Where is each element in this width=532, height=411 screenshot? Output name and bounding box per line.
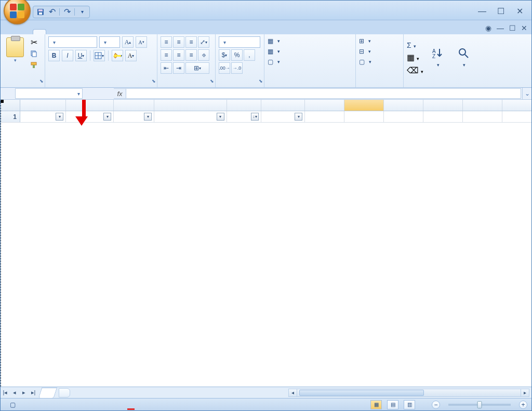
- macro-record-icon[interactable]: ▢: [10, 401, 16, 408]
- tab-insert[interactable]: [46, 30, 59, 34]
- tab-home[interactable]: [33, 29, 46, 34]
- view-normal-icon[interactable]: ▦: [370, 400, 382, 409]
- decrease-indent-icon[interactable]: ⇤: [161, 62, 172, 74]
- borders-button[interactable]: ▾: [94, 50, 105, 61]
- colhdr-D[interactable]: [154, 100, 227, 111]
- sheet-tab-1[interactable]: [38, 388, 57, 398]
- format-painter-icon[interactable]: [29, 60, 39, 70]
- italic-button[interactable]: I: [62, 50, 73, 61]
- increase-indent-icon[interactable]: ⇥: [173, 62, 184, 74]
- colhdr-C[interactable]: [114, 100, 154, 111]
- colhdr-I[interactable]: [384, 100, 423, 111]
- scroll-right-icon[interactable]: ▸: [521, 389, 529, 396]
- underline-button[interactable]: U▾: [75, 50, 87, 61]
- filter-btn-C[interactable]: ▾: [144, 113, 152, 121]
- align-top-icon[interactable]: ≡: [161, 36, 172, 48]
- maximize-button[interactable]: ☐: [495, 7, 507, 16]
- grow-font-icon[interactable]: A▴: [122, 36, 134, 48]
- customize-qat-icon[interactable]: ▾: [78, 8, 86, 16]
- colhdr-H[interactable]: [344, 100, 384, 111]
- font-color-button[interactable]: A▾: [125, 50, 137, 61]
- number-format-combo[interactable]: ▾: [219, 36, 260, 48]
- filter-btn-D[interactable]: ▾: [217, 113, 224, 121]
- format-as-table-button[interactable]: ▦ ▾: [268, 48, 280, 55]
- fx-icon[interactable]: fx: [114, 88, 126, 99]
- redo-icon[interactable]: ↷: [63, 8, 71, 16]
- autosum-icon[interactable]: Σ ▾: [407, 41, 423, 49]
- alignment-launcher-icon[interactable]: ⬊: [210, 78, 214, 84]
- insert-cells-button[interactable]: ⊞ ▾: [359, 37, 371, 45]
- colhdr-K[interactable]: [463, 100, 502, 111]
- conditional-formatting-button[interactable]: ▦ ▾: [268, 37, 280, 45]
- cut-icon[interactable]: ✂: [29, 37, 39, 47]
- increase-decimal-icon[interactable]: .00→: [219, 62, 230, 74]
- horizontal-scrollbar[interactable]: ◂ ▸: [288, 389, 529, 397]
- orientation-icon[interactable]: ⤢▾: [198, 36, 209, 48]
- delete-cells-button[interactable]: ⊟ ▾: [359, 48, 371, 55]
- number-launcher-icon[interactable]: ⬊: [259, 78, 263, 84]
- fill-icon[interactable]: ▦ ▾: [407, 52, 423, 62]
- colhdr-B[interactable]: [66, 100, 114, 111]
- colhdr-G[interactable]: [305, 100, 344, 111]
- tab-developer[interactable]: [121, 30, 134, 34]
- restore-workbook-icon[interactable]: ☐: [509, 24, 516, 32]
- zoom-in-button[interactable]: +: [519, 401, 527, 409]
- view-page-layout-icon[interactable]: ▤: [387, 400, 398, 409]
- help-icon[interactable]: ◉: [485, 24, 491, 32]
- prev-sheet-icon[interactable]: ◂: [10, 388, 19, 397]
- merge-center-icon[interactable]: ⊞▾: [185, 62, 209, 74]
- paste-button[interactable]: ▾: [4, 36, 26, 63]
- office-button[interactable]: [4, 0, 31, 24]
- copy-icon[interactable]: [29, 49, 39, 58]
- filter-btn-B[interactable]: ▾: [103, 113, 111, 121]
- percent-icon[interactable]: %: [231, 49, 243, 61]
- minimize-button[interactable]: —: [476, 7, 488, 16]
- first-sheet-icon[interactable]: |◂: [1, 388, 10, 397]
- clear-icon[interactable]: ⌫ ▾: [407, 65, 423, 75]
- close-workbook-icon[interactable]: ✕: [521, 24, 527, 32]
- cell-styles-button[interactable]: ▢ ▾: [268, 58, 280, 65]
- font-size-combo[interactable]: ▾: [99, 36, 120, 48]
- tab-view[interactable]: [109, 30, 121, 34]
- sort-filter-button[interactable]: AZ ▾: [427, 42, 449, 73]
- align-left-icon[interactable]: ≡: [161, 49, 172, 61]
- view-page-break-icon[interactable]: ▥: [404, 400, 415, 409]
- zoom-slider[interactable]: [448, 404, 511, 406]
- rowhdr-1[interactable]: 1: [1, 111, 20, 122]
- tab-formulas[interactable]: [71, 30, 84, 34]
- scroll-thumb[interactable]: [299, 390, 424, 396]
- decrease-decimal-icon[interactable]: →.0: [231, 62, 243, 74]
- next-sheet-icon[interactable]: ▸: [19, 388, 29, 397]
- clipboard-launcher-icon[interactable]: ⬊: [39, 78, 44, 84]
- format-cells-button[interactable]: ▢ ▾: [359, 58, 371, 65]
- colhdr-J[interactable]: [423, 100, 463, 111]
- colhdr-A[interactable]: [20, 100, 66, 111]
- min-ribbon-icon[interactable]: —: [497, 24, 504, 32]
- align-right-icon[interactable]: ≡: [185, 49, 197, 61]
- font-name-combo[interactable]: ▾: [48, 36, 97, 48]
- align-middle-icon[interactable]: ≡: [173, 36, 184, 48]
- find-select-button[interactable]: ▾: [453, 42, 475, 73]
- align-center-icon[interactable]: ≡: [173, 49, 184, 61]
- comma-icon[interactable]: ,: [244, 49, 255, 61]
- undo-icon[interactable]: ↶: [48, 8, 56, 16]
- scroll-left-icon[interactable]: ◂: [289, 389, 297, 396]
- select-all-corner[interactable]: [1, 100, 20, 111]
- bold-button[interactable]: B: [48, 50, 60, 61]
- formula-input[interactable]: [126, 88, 521, 99]
- filter-btn-F[interactable]: ▾: [295, 113, 302, 121]
- zoom-out-button[interactable]: −: [432, 401, 440, 409]
- tab-data[interactable]: [84, 30, 96, 34]
- filter-btn-E[interactable]: ↓▾: [251, 113, 259, 121]
- fill-color-button[interactable]: ▾: [112, 50, 123, 61]
- save-icon[interactable]: [36, 8, 45, 16]
- new-sheet-button[interactable]: [59, 388, 70, 397]
- colhdr-F[interactable]: [261, 100, 305, 111]
- name-box[interactable]: ▾: [15, 88, 83, 99]
- align-bottom-icon[interactable]: ≡: [185, 36, 197, 48]
- expand-formula-bar-icon[interactable]: ⌄: [522, 88, 531, 99]
- wrap-text-icon[interactable]: ⎆: [198, 49, 209, 61]
- currency-icon[interactable]: $▾: [219, 49, 230, 61]
- shrink-font-icon[interactable]: A▾: [136, 36, 147, 48]
- tab-review[interactable]: [96, 30, 109, 34]
